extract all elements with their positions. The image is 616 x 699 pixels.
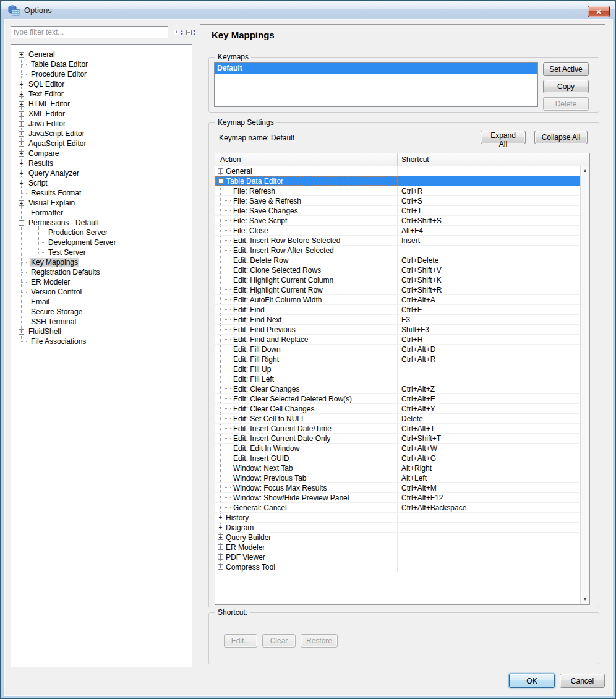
- keymap-list[interactable]: Default: [214, 62, 538, 107]
- scroll-up-icon[interactable]: ▲: [583, 166, 588, 176]
- table-row-window-focus-max-results[interactable]: Window: Focus Max ResultsCtrl+Alt+M: [215, 483, 580, 493]
- plus-expander-icon[interactable]: +: [19, 329, 24, 335]
- keymap-list-item[interactable]: Default: [215, 63, 537, 74]
- table-row-edit-autofit-column-width[interactable]: Edit: AutoFit Column WidthCtrl+Alt+A: [215, 295, 580, 305]
- tree-item-key-mappings[interactable]: Key Mappings: [11, 257, 192, 267]
- plus-expander-icon[interactable]: +: [218, 525, 223, 530]
- table-row-query-builder[interactable]: +Query Builder: [215, 533, 580, 542]
- tree-item-secure-storage[interactable]: Secure Storage: [11, 307, 192, 317]
- tree-item-development-server[interactable]: Development Server: [11, 238, 192, 247]
- plus-expander-icon[interactable]: +: [19, 52, 24, 58]
- table-row-er-modeler[interactable]: +ER Modeler: [215, 542, 580, 552]
- table-row-file-refresh[interactable]: File: RefreshCtrl+R: [215, 186, 580, 196]
- tree-item-general[interactable]: +General: [11, 49, 192, 59]
- tree-item-procedure-editor[interactable]: Procedure Editor: [11, 69, 192, 79]
- table-row-edit-insert-current-date-time[interactable]: Edit: Insert Current Date/TimeCtrl+Alt+T: [215, 424, 580, 434]
- plus-expander-icon[interactable]: +: [19, 151, 24, 157]
- ok-button[interactable]: OK: [509, 674, 555, 688]
- plus-expander-icon[interactable]: +: [19, 141, 24, 147]
- tree-item-test-server[interactable]: Test Server: [11, 247, 192, 257]
- plus-expander-icon[interactable]: +: [218, 168, 223, 174]
- table-row-edit-fill-right[interactable]: Edit: Fill RightCtrl+Alt+R: [215, 354, 580, 364]
- plus-expander-icon[interactable]: +: [19, 92, 24, 97]
- expand-all-tree-icon[interactable]: + ▲▼: [174, 27, 185, 38]
- tree-item-formatter[interactable]: Formatter: [11, 208, 192, 218]
- plus-expander-icon[interactable]: +: [218, 544, 223, 550]
- table-row-edit-find-previous[interactable]: Edit: Find PreviousShift+F3: [215, 325, 580, 335]
- column-header-action[interactable]: Action: [215, 153, 398, 166]
- plus-expander-icon[interactable]: +: [19, 200, 24, 206]
- filter-input[interactable]: [11, 26, 168, 38]
- table-row-file-save-refresh[interactable]: File: Save & RefreshCtrl+S: [215, 196, 580, 206]
- tree-item-permissions-default[interactable]: −Permissions - Default: [11, 218, 192, 228]
- table-row-edit-clear-changes[interactable]: Edit: Clear ChangesCtrl+Alt+Z: [215, 384, 580, 394]
- column-header-shortcut[interactable]: Shortcut: [398, 153, 589, 166]
- table-row-edit-edit-in-window[interactable]: Edit: Edit In WindowCtrl+Alt+W: [215, 444, 580, 453]
- tree-item-email[interactable]: Email: [11, 297, 192, 307]
- minus-expander-icon[interactable]: −: [19, 220, 24, 226]
- table-row-pdf-viewer[interactable]: +PDF Viewer: [215, 552, 580, 562]
- plus-expander-icon[interactable]: +: [19, 111, 24, 117]
- tree-item-results-format[interactable]: Results Format: [11, 188, 192, 198]
- tree-item-fluidshell[interactable]: +FluidShell: [11, 327, 192, 337]
- tree-item-javascript-editor[interactable]: +JavaScript Editor: [11, 129, 192, 139]
- expand-all-button[interactable]: Expand All: [481, 131, 526, 144]
- table-row-window-show-hide-preview-panel[interactable]: Window: Show/Hide Preview PanelCtrl+Alt+…: [215, 493, 580, 503]
- table-row-window-previous-tab[interactable]: Window: Previous TabAlt+Left: [215, 473, 580, 483]
- plus-expander-icon[interactable]: +: [218, 554, 223, 560]
- table-row-edit-insert-guid[interactable]: Edit: Insert GUIDCtrl+Alt+G: [215, 453, 580, 463]
- tree-item-text-editor[interactable]: +Text Editor: [11, 89, 192, 99]
- tree-item-xml-editor[interactable]: +XML Editor: [11, 109, 192, 119]
- tree-item-table-data-editor[interactable]: Table Data Editor: [11, 59, 192, 69]
- table-header[interactable]: Action Shortcut: [215, 153, 589, 166]
- minus-expander-icon[interactable]: −: [218, 178, 224, 184]
- plus-expander-icon[interactable]: +: [19, 161, 24, 166]
- table-row-edit-clear-selected-deleted-row-s[interactable]: Edit: Clear Selected Deleted Row(s)Ctrl+…: [215, 394, 580, 404]
- table-row-edit-find[interactable]: Edit: FindCtrl+F: [215, 305, 580, 315]
- table-row-table-data-editor[interactable]: −Table Data Editor: [215, 176, 580, 186]
- plus-expander-icon[interactable]: +: [19, 181, 24, 186]
- collapse-all-button[interactable]: Collapse All: [534, 131, 588, 144]
- table-row-window-next-tab[interactable]: Window: Next TabAlt+Right: [215, 463, 580, 473]
- copy-button[interactable]: Copy: [543, 80, 589, 93]
- plus-expander-icon[interactable]: +: [19, 82, 24, 87]
- table-row-edit-fill-left[interactable]: Edit: Fill Left: [215, 374, 580, 384]
- close-button[interactable]: ✕: [588, 6, 610, 17]
- table-row-edit-set-cell-to-null[interactable]: Edit: Set Cell to NULLDelete: [215, 414, 580, 424]
- tree-item-compare[interactable]: +Compare: [11, 148, 192, 158]
- plus-expander-icon[interactable]: +: [218, 564, 223, 570]
- cancel-button[interactable]: Cancel: [560, 674, 605, 688]
- table-row-edit-clone-selected-rows[interactable]: Edit: Clone Selected RowsCtrl+Shift+V: [215, 265, 580, 275]
- plus-expander-icon[interactable]: +: [19, 101, 24, 107]
- table-row-edit-delete-row[interactable]: Edit: Delete RowCtrl+Delete: [215, 255, 580, 265]
- table-row-edit-clear-cell-changes[interactable]: Edit: Clear Cell ChangesCtrl+Alt+Y: [215, 404, 580, 414]
- plus-expander-icon[interactable]: +: [218, 534, 223, 540]
- plus-expander-icon[interactable]: +: [218, 515, 223, 520]
- tree-item-file-associations[interactable]: File Associations: [11, 337, 192, 346]
- tree-item-java-editor[interactable]: +Java Editor: [11, 119, 192, 129]
- scroll-down-icon[interactable]: ▼: [583, 594, 588, 604]
- table-row-diagram[interactable]: +Diagram: [215, 523, 580, 533]
- tree-item-sql-editor[interactable]: +SQL Editor: [11, 79, 192, 89]
- table-row-edit-find-and-replace[interactable]: Edit: Find and ReplaceCtrl+H: [215, 335, 580, 345]
- set-active-button[interactable]: Set Active: [543, 62, 589, 76]
- tree-item-production-server[interactable]: Production Server: [11, 228, 192, 238]
- table-row-edit-highlight-current-row[interactable]: Edit: Highlight Current RowCtrl+Shift+R: [215, 285, 580, 295]
- plus-expander-icon[interactable]: +: [19, 121, 24, 127]
- tree-item-ssh-terminal[interactable]: SSH Terminal: [11, 317, 192, 327]
- tree-item-script[interactable]: +Script: [11, 178, 192, 188]
- tree-item-version-control[interactable]: Version Control: [11, 287, 192, 297]
- table-row-edit-insert-row-before-selected[interactable]: Edit: Insert Row Before SelectedInsert: [215, 236, 580, 246]
- table-row-history[interactable]: +History: [215, 513, 580, 523]
- tree-item-registration-defaults[interactable]: Registration Defaults: [11, 267, 192, 277]
- tree-item-aquascript-editor[interactable]: +AquaScript Editor: [11, 139, 192, 148]
- table-row-file-save-script[interactable]: File: Save ScriptCtrl+Shift+S: [215, 216, 580, 226]
- plus-expander-icon[interactable]: +: [19, 171, 24, 176]
- table-row-edit-fill-down[interactable]: Edit: Fill DownCtrl+Alt+D: [215, 345, 580, 354]
- collapse-all-tree-icon[interactable]: − ▼▲: [186, 27, 197, 38]
- table-row-general-cancel[interactable]: General: CancelCtrl+Alt+Backspace: [215, 503, 580, 513]
- tree-item-query-analyzer[interactable]: +Query Analyzer: [11, 168, 192, 178]
- table-row-file-close[interactable]: File: CloseAlt+F4: [215, 226, 580, 236]
- plus-expander-icon[interactable]: +: [19, 131, 24, 137]
- table-row-compress-tool[interactable]: +Compress Tool: [215, 562, 580, 572]
